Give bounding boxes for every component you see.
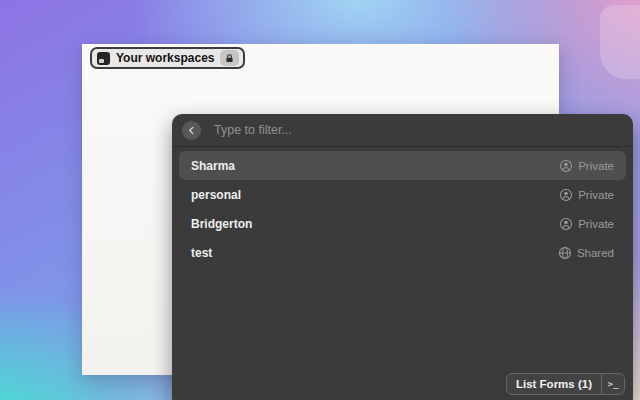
visibility-badge: Private xyxy=(559,188,614,202)
workspace-name: test xyxy=(191,246,212,260)
workspace-switcher-button[interactable]: Your workspaces xyxy=(90,47,245,69)
back-button[interactable] xyxy=(182,121,201,140)
visibility-label: Private xyxy=(578,189,614,201)
visibility-label: Shared xyxy=(577,247,614,259)
app-window: Your workspaces Sharma xyxy=(82,44,559,375)
workspace-list: Sharma Private personal xyxy=(172,147,633,373)
lock-icon xyxy=(220,50,239,66)
globe-icon xyxy=(558,246,572,260)
workspace-row[interactable]: test Shared xyxy=(179,238,626,267)
user-circle-icon xyxy=(559,188,573,202)
filter-input[interactable] xyxy=(214,123,623,137)
user-circle-icon xyxy=(559,217,573,231)
workspace-palette: Sharma Private personal xyxy=(172,114,633,400)
visibility-badge: Private xyxy=(559,159,614,173)
visibility-label: Private xyxy=(578,160,614,172)
chevron-left-icon xyxy=(187,126,196,135)
footer-action-group: List Forms (1) >_ xyxy=(506,373,625,395)
visibility-badge: Shared xyxy=(558,246,614,260)
workspace-row[interactable]: personal Private xyxy=(179,180,626,209)
workspace-row[interactable]: Sharma Private xyxy=(179,151,626,180)
workspace-name: Sharma xyxy=(191,159,235,173)
list-forms-button[interactable]: List Forms (1) xyxy=(507,374,601,394)
desktop-background: { "window": { "workspace_pill": { "label… xyxy=(0,0,640,400)
workspace-name: Bridgerton xyxy=(191,217,252,231)
workspace-name: personal xyxy=(191,188,241,202)
workspace-pill-label: Your workspaces xyxy=(116,51,214,65)
filter-row xyxy=(172,114,633,147)
decorative-corner-shape xyxy=(600,5,640,79)
palette-footer: List Forms (1) >_ xyxy=(172,373,633,400)
workspace-row[interactable]: Bridgerton Private xyxy=(179,209,626,238)
visibility-label: Private xyxy=(578,218,614,230)
app-logo-icon xyxy=(97,52,110,65)
user-circle-icon xyxy=(559,159,573,173)
terminal-icon[interactable]: >_ xyxy=(602,374,624,394)
visibility-badge: Private xyxy=(559,217,614,231)
